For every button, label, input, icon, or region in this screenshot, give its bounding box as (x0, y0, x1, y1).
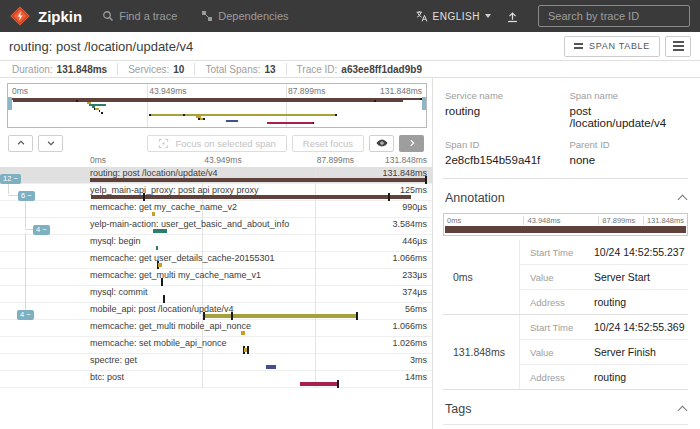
nav-dependencies[interactable]: Dependencies (201, 10, 288, 22)
annotation-tick: 87.899ms (598, 216, 643, 225)
span-row[interactable]: memcache: get_multi my_cache_name_v1233µ… (0, 269, 432, 286)
span-bar (337, 380, 339, 388)
span-waterfall: 0ms 43.949ms 87.899ms 131.848ms 12 −rout… (0, 154, 432, 388)
span-bar-track (90, 346, 427, 354)
span-bar (231, 312, 233, 320)
span-bar (90, 178, 426, 182)
span-row[interactable]: memcache: get my_cache_name_v2990µs (0, 201, 432, 218)
span-bar-track (90, 210, 427, 218)
trace-menu-button[interactable] (665, 36, 691, 57)
search-icon (102, 10, 114, 22)
span-bar (203, 312, 205, 320)
annotation-entry: 0ms Start Time10/24 14:52:55.237 ValueSe… (443, 240, 688, 315)
field-span-name: Span name post /location/update/v4 (570, 90, 689, 129)
collapse-badge[interactable]: 4 − (17, 310, 34, 320)
span-bar-track (90, 363, 427, 371)
top-navbar: Zipkin Find a trace Dependencies ENGLISH (0, 0, 700, 32)
span-bar-track (90, 312, 427, 320)
visibility-button[interactable] (369, 135, 394, 152)
collapse-panel-button[interactable] (399, 135, 424, 152)
timeline-tick: 131.848ms (385, 155, 427, 165)
collapse-badge[interactable]: 12 − (0, 174, 21, 184)
span-bar-track (90, 193, 427, 201)
expand-all-button[interactable] (38, 135, 63, 152)
span-row[interactable]: mysql: begin446µs (0, 235, 432, 252)
span-bar (143, 193, 145, 201)
language-label: ENGLISH (433, 11, 480, 22)
timeline-tick: 87.899ms (317, 155, 354, 165)
annotation-entry: 131.848ms Start Time10/24 14:52:55.369 V… (443, 315, 688, 390)
chevron-up-icon (16, 138, 26, 148)
title-bar: routing: post /location/update/v4 SPAN T… (0, 32, 700, 61)
upload-icon (505, 9, 520, 24)
span-bar (163, 295, 165, 303)
span-bar (153, 229, 167, 233)
collapse-all-button[interactable] (8, 135, 33, 152)
graph-icon (201, 10, 213, 22)
collapse-tags-icon[interactable] (678, 406, 688, 416)
trace-minimap[interactable]: 0ms 43.949ms 87.899ms 131.848ms (7, 83, 427, 128)
annotation-section-header: Annotation (445, 191, 686, 205)
span-bar-track (90, 380, 427, 388)
annotation-tick: 43.948ms (523, 216, 598, 225)
annotation-tick: 0ms (444, 216, 523, 225)
summary-services: Services: 10 (118, 63, 195, 75)
annotation-span-bar (445, 226, 686, 233)
span-bar-track (90, 329, 427, 337)
span-row[interactable]: mysql: commit374µs (0, 286, 432, 303)
span-row[interactable]: memcache: get_multi mobile_api_nonce1.06… (0, 320, 432, 337)
span-row[interactable]: btc: post14ms (0, 371, 432, 388)
span-row[interactable]: 4 −yelp-main-action: user_get_basic_and_… (0, 218, 432, 235)
field-span-id: Span ID 2e8cfb154b59a41f (445, 139, 564, 166)
timeline-header: 0ms 43.949ms 87.899ms 131.848ms (0, 154, 432, 167)
summary-total-spans: Total Spans: 13 (195, 63, 286, 75)
collapse-badge[interactable]: 6 − (18, 191, 35, 201)
collapse-annotation-icon[interactable] (678, 195, 688, 205)
span-bar-track (90, 278, 427, 286)
search-input[interactable] (538, 5, 690, 27)
focus-on-selected-span-button[interactable]: Focus on selected span (147, 135, 286, 152)
tag-row: ecosystemprod (443, 425, 688, 429)
timeline-controls: Focus on selected span Reset focus (8, 134, 424, 152)
minimap-tick: 87.899ms (288, 86, 325, 96)
crosshair-icon (158, 138, 169, 149)
page-title: routing: post /location/update/v4 (9, 39, 193, 54)
language-selector[interactable]: ENGLISH (415, 10, 491, 23)
collapse-badge[interactable]: 4 − (33, 225, 50, 235)
span-bar-track (90, 261, 427, 269)
chevron-right-icon (407, 138, 417, 148)
minimap-left-handle[interactable] (8, 97, 12, 110)
timeline-tick: 43.949ms (204, 155, 241, 165)
minimap-tick: 43.949ms (149, 86, 186, 96)
span-table-button[interactable]: SPAN TABLE (564, 36, 660, 57)
span-row[interactable]: memcache: set mobile_api_nonce1.026ms (0, 337, 432, 354)
span-row[interactable]: spectre: get3ms (0, 354, 432, 371)
span-bar (266, 365, 276, 369)
upload-trace-button[interactable] (505, 9, 520, 24)
minimap-tick: 131.848ms (380, 86, 422, 96)
minimap-tick: 0ms (12, 86, 28, 96)
minimap-right-handle[interactable] (422, 97, 426, 110)
span-bar (241, 331, 245, 335)
span-row[interactable]: 6 −yelp_main-api_proxy: post api proxy p… (0, 184, 432, 201)
span-bar (203, 314, 357, 318)
chevron-down-icon (485, 14, 491, 18)
trace-timeline-panel: 0ms 43.949ms 87.899ms 131.848ms Focus on… (0, 78, 432, 429)
span-row[interactable]: 12 −routing: post /location/update/v4131… (0, 167, 432, 184)
minimap-spans (12, 98, 422, 124)
span-bar-track (90, 176, 427, 184)
reset-focus-button[interactable]: Reset focus (292, 135, 364, 152)
span-bar (388, 193, 390, 201)
nav-find-a-trace[interactable]: Find a trace (102, 10, 177, 22)
field-parent-id: Parent ID none (570, 139, 689, 166)
span-bar (425, 176, 427, 184)
span-bar (158, 263, 161, 267)
span-row[interactable]: 4 −mobile_api: post /location/update/v45… (0, 303, 432, 320)
span-bar-track (90, 244, 427, 252)
tree-connector (25, 199, 26, 228)
field-service-name: Service name routing (445, 90, 564, 129)
span-row[interactable]: memcache: get user_details_cache-2015530… (0, 252, 432, 269)
tree-connector (25, 233, 26, 313)
span-bar (161, 278, 163, 286)
annotation-timeline: 0ms 43.948ms 87.899ms 131.848ms (443, 213, 688, 236)
